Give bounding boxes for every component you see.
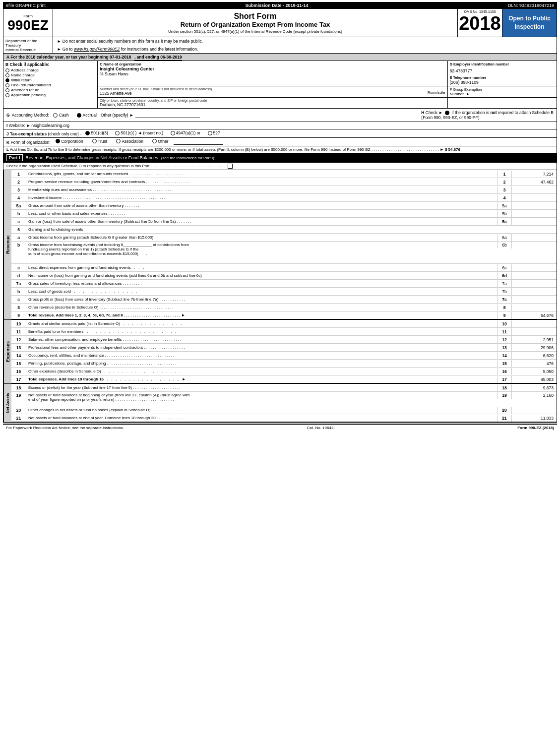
row-7a-num: 7a [11,280,26,287]
row-16-num: 16 [11,368,26,375]
application-pending-label: Application pending [11,93,46,97]
row-17-box: 17 [497,376,512,383]
row-9-value: 54,676 [512,312,557,319]
name-change-label: Name charge [11,73,35,77]
row-6a-desc: Gross income from gaming (attach Schedul… [26,234,497,241]
checkbox-initial-return: Initial return [5,78,95,82]
page: efile GRAPHIC print Submission Date - 20… [0,0,560,433]
row-6a-num: a [11,234,26,241]
section-g: G Accounting Method: Cash Accrual Other … [3,109,557,122]
row-8: 8 Other revenue (describe in Schedule O)… [11,304,557,312]
row-20-desc: Other changes in net assets or fund bala… [26,407,497,413]
section-a-ending: , and ending 06-30-2019 [134,55,182,61]
other-org-field [174,139,223,145]
row-8-box: 8 [497,304,512,311]
row-19-num: 19 [11,392,26,406]
row-5b-desc: Less: cost or other basis and sales expe… [26,210,497,217]
initial-return-circle [5,78,9,82]
row-5a-sub: 5a [497,202,512,209]
row-6c-num: c [11,264,26,271]
accrual-radio [77,113,81,118]
row-8-num: 8 [11,304,26,311]
notice1: ► Do not enter social security numbers o… [53,37,557,45]
row-11-num: 11 [11,328,26,335]
row-12-num: 12 [11,336,26,343]
row-6-num: 6 [11,226,26,233]
part-i-check-line: Check if the organization used Schedule … [3,163,557,170]
row-16: 16 Other expenses (describe in Schedule … [11,368,557,375]
row-7c-box: 7c [497,296,512,303]
row-7c-num: c [11,296,26,303]
ein-block: D Employer identification number 82-4783… [447,61,557,86]
section-j: J Tax-exempt status (check only one) - 5… [3,129,557,138]
row-19-desc: Net assets or fund balances at beginning… [26,392,497,403]
section-a: A For the 2018 calendar year, or tax yea… [3,54,557,61]
row-15-desc: Printing, publications, postage, and shi… [26,360,497,367]
row-19: 19 Net assets or fund balances at beginn… [11,392,557,406]
initial-return-label: Initial return [11,78,32,82]
empty-cell [447,98,557,109]
row-4-box: 4 [497,194,512,201]
row-6d-box: 6d [497,272,512,279]
street-label: Number and street (or P. O. box, if mail… [100,87,445,91]
checkbox-address-change: Address charge [5,68,95,72]
expenses-rows: 10 Grants and similar amounts paid (list… [11,320,557,383]
row-5a-desc: Gross amount from sale of assets other t… [26,202,497,209]
phone: (206) 898-1109 [450,80,555,85]
group-sub: Number ► [450,92,555,96]
row-1-box: 1 [497,171,512,178]
tax-exempt-label: Tax-exempt status (check only one) - [10,131,82,136]
row-18: 18 Excess or (deficit) for the year (Sub… [11,384,557,392]
part-i-instructions: (see the instructions for Part I) [161,156,214,160]
row-18-desc: Excess or (deficit) for the year (Subtra… [26,384,497,391]
other-org-option: Other [152,139,168,144]
row-17-desc: Total expenses. Add lines 10 through 16 … [26,376,497,382]
row-18-value: 9,673 [512,384,557,391]
opt-501c-radio [115,131,120,135]
row-6d-desc: Net income or (loss) from gaming and fun… [26,272,497,279]
cash-radio [53,113,58,118]
row-5b-value [512,213,557,215]
row-12-desc: Salaries, other compensation, and employ… [26,336,497,343]
row-6d-num: d [11,272,26,279]
row-21: 21 Net assets or fund balances at end of… [11,414,557,422]
row-5a-num: 5a [11,202,26,209]
year: 2018 [459,13,501,34]
row-13-box: 13 [497,344,512,351]
row-15-box: 15 [497,360,512,367]
part-i-header: Part I Revenue, Expenses, and Changes in… [3,153,557,163]
row-7b-desc: Less: cost of goods sold . . . . . . . .… [26,288,497,295]
row-3: 3 Membership dues and assessments . . . … [11,186,557,194]
row-2-num: 2 [11,179,26,186]
opt-4947-radio [171,131,175,135]
section-l: L Add lines 5b, 6c, and 7b to line 9 to … [3,146,557,153]
section-k: K Form of organization: Corporation Trus… [3,138,557,147]
short-form-title: Short Form [58,12,452,21]
address-change-label: Address charge [11,68,39,72]
row-7a-desc: Gross sales of inventory, less returns a… [26,280,497,287]
row-14-desc: Occupancy, rent, utilities, and maintena… [26,352,497,359]
schedule-o-checkbox [228,164,233,169]
row-4-value [512,197,557,199]
corp-option: Corporation [56,139,83,144]
row-5b-num: b [11,210,26,217]
row-2: 2 Program service revenue including gove… [11,178,557,186]
form-id: 990EZ [4,18,52,32]
application-pending-circle [5,93,9,97]
other-option: Other (specify) ► [101,113,134,118]
row-8-desc: Other revenue (describe in Schedule O) .… [26,304,497,311]
notice2-text: ► Go to www.irs.gov/Form990EZ for instru… [57,47,198,52]
row-9-desc: Total revenue. Add lines 1, 2, 3, 4, 5c,… [26,312,497,318]
row-13-desc: Professional fees and other payments to … [26,344,497,351]
row-4-desc: Investment income . . . . . . . . . . . … [26,194,497,201]
top-bar: efile GRAPHIC print Submission Date - 20… [3,2,557,9]
checkbox-amended-return: Amended return [5,88,95,92]
opt-501c3: 501(c)(3) [85,130,108,135]
row-5b-sub: 5b [497,210,512,217]
city-block: City or town, state or province, country… [98,98,447,109]
checkbox-application-pending: Application pending [5,93,95,97]
city-label: City or town, state or province, country… [100,99,445,102]
row-6c: c Less: direct expenses from gaming and … [11,264,557,272]
row-3-box: 3 [497,187,512,193]
final-return-label: Final return/terminated [11,83,51,87]
